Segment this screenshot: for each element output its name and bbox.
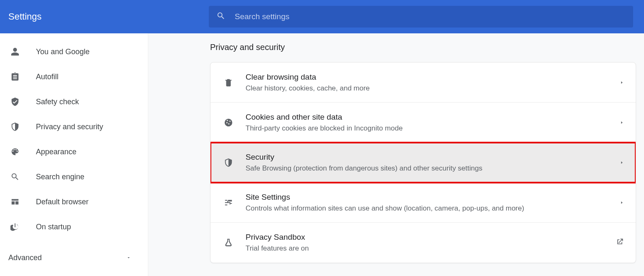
advanced-label: Advanced [8, 253, 42, 262]
row-sub: Safe Browsing (protection from dangerous… [246, 164, 620, 173]
row-title: Site Settings [246, 193, 620, 202]
row-title: Clear browsing data [246, 73, 620, 82]
sidebar-item-on-startup[interactable]: On startup [0, 214, 148, 239]
sidebar-item-you-and-google[interactable]: You and Google [0, 39, 148, 64]
row-title: Privacy Sandbox [246, 233, 616, 242]
power-icon [10, 222, 20, 232]
flask-icon [223, 238, 234, 247]
chevron-right-icon [620, 79, 624, 86]
sidebar-item-label: On startup [36, 223, 71, 231]
chevron-right-icon [620, 199, 624, 206]
row-title: Security [246, 153, 620, 162]
chevron-down-icon [126, 253, 131, 262]
cookie-icon [223, 118, 234, 127]
app-header: Settings [0, 0, 644, 33]
row-title: Cookies and other site data [246, 113, 620, 122]
sidebar-item-label: You and Google [36, 48, 89, 56]
sidebar-item-privacy[interactable]: Privacy and security [0, 114, 148, 139]
trash-icon [223, 78, 234, 87]
row-sub: Trial features are on [246, 244, 616, 253]
chevron-right-icon [620, 119, 624, 126]
sidebar: You and Google Autofill Safety check Pri… [0, 33, 148, 276]
palette-icon [10, 147, 20, 157]
app-title: Settings [8, 11, 209, 22]
search-input[interactable] [235, 12, 626, 21]
person-icon [10, 47, 20, 57]
sidebar-item-label: Autofill [36, 73, 58, 81]
external-link-icon [616, 238, 624, 248]
sidebar-item-label: Appearance [36, 148, 76, 156]
row-sub: Controls what information sites can use … [246, 204, 620, 213]
sidebar-item-label: Privacy and security [36, 123, 103, 131]
settings-card: Clear browsing data Clear history, cooki… [210, 62, 636, 263]
sidebar-item-label: Default browser [36, 198, 89, 206]
sidebar-item-safety-check[interactable]: Safety check [0, 89, 148, 114]
main-content: Privacy and security Clear browsing data… [148, 33, 644, 276]
row-site-settings[interactable]: Site Settings Controls what information … [210, 183, 636, 223]
sliders-icon [223, 198, 234, 207]
row-security[interactable]: Security Safe Browsing (protection from … [210, 143, 636, 183]
shield-check-icon [10, 97, 20, 107]
browser-icon [10, 197, 20, 207]
sidebar-item-autofill[interactable]: Autofill [0, 64, 148, 89]
row-clear-browsing-data[interactable]: Clear browsing data Clear history, cooki… [210, 63, 636, 103]
search-icon [10, 172, 20, 182]
sidebar-item-search-engine[interactable]: Search engine [0, 164, 148, 189]
row-sub: Third-party cookies are blocked in Incog… [246, 124, 620, 133]
sidebar-item-label: Safety check [36, 98, 79, 106]
search-box[interactable] [209, 6, 633, 28]
row-cookies[interactable]: Cookies and other site data Third-party … [210, 103, 636, 143]
sidebar-item-default-browser[interactable]: Default browser [0, 189, 148, 214]
shield-half-icon [10, 122, 20, 132]
search-icon [216, 11, 226, 22]
row-privacy-sandbox[interactable]: Privacy Sandbox Trial features are on [210, 223, 636, 263]
sidebar-item-appearance[interactable]: Appearance [0, 139, 148, 164]
row-sub: Clear history, cookies, cache, and more [246, 84, 620, 93]
chevron-right-icon [620, 159, 624, 166]
sidebar-item-label: Search engine [36, 173, 84, 181]
section-title: Privacy and security [210, 43, 636, 52]
shield-half-icon [223, 158, 234, 167]
clipboard-icon [10, 72, 20, 82]
sidebar-advanced[interactable]: Advanced [0, 246, 148, 269]
